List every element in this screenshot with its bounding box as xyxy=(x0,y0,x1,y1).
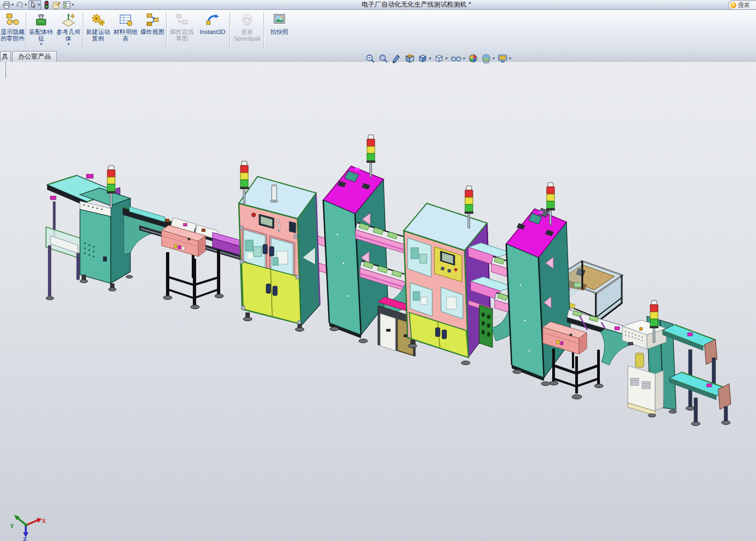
bill-of-materials-icon xyxy=(118,12,133,28)
dropdown-arrow[interactable]: ▾ xyxy=(67,42,70,47)
search-box[interactable]: ? 搜索 xyxy=(728,1,756,10)
select-cursor-icon xyxy=(30,1,37,9)
dropdown-arrow[interactable]: ▾ xyxy=(492,56,495,61)
assembly-features-button[interactable]: 装配体特征 ▾ xyxy=(27,10,55,50)
model-buffer-tower-2[interactable] xyxy=(506,183,571,386)
options-icon xyxy=(62,1,71,9)
print-button[interactable]: ▾ xyxy=(2,1,14,9)
update-speedpak-button[interactable]: 更新 Speedpak xyxy=(231,10,263,50)
new-motion-study-button[interactable]: 新建运动算例 xyxy=(84,10,112,50)
take-snapshot-button[interactable]: 拍快照 xyxy=(265,10,294,50)
print-icon xyxy=(2,1,11,9)
dropdown-arrow[interactable]: ▾ xyxy=(429,56,431,61)
show-hidden-components-button[interactable]: 显示隐藏的零部件 xyxy=(0,10,25,50)
exploded-view-button[interactable]: 爆炸视图 xyxy=(139,10,165,50)
assembly-features-icon xyxy=(33,12,49,28)
file-properties-button[interactable] xyxy=(52,1,61,9)
reference-geometry-button[interactable]: 参考几何体 ▾ xyxy=(55,10,82,50)
toolbar-separator xyxy=(83,12,84,48)
new-motion-study-icon xyxy=(90,12,106,28)
help-icon[interactable]: ? xyxy=(730,2,736,8)
reference-triad: X Y Z xyxy=(9,509,48,541)
options-button[interactable]: ▾ xyxy=(62,1,74,9)
model-outfeed-conveyor-lower[interactable] xyxy=(669,372,731,426)
tab-office-products[interactable]: 办公室产品 xyxy=(12,51,57,62)
quick-access-toolbar: ▾ ▾ ▾ xyxy=(0,0,74,9)
dropdown-arrow[interactable]: ▾ xyxy=(25,3,27,7)
dropdown-arrow[interactable]: ▾ xyxy=(72,3,74,7)
dropdown-arrow[interactable]: ▾ xyxy=(509,56,511,61)
toolbar-separator xyxy=(264,12,265,48)
search-label: 搜索 xyxy=(738,1,750,9)
select-button[interactable]: ▾ xyxy=(28,0,41,10)
dropdown-arrow[interactable]: ▾ xyxy=(12,3,14,7)
show-hidden-components-icon xyxy=(5,12,20,28)
triad-x-label: X xyxy=(42,517,46,524)
traffic-light-icon xyxy=(43,1,50,9)
model-canvas[interactable] xyxy=(0,62,756,541)
model-unloader[interactable] xyxy=(622,300,677,417)
command-manager: 显示隐藏的零部件 装配体特征 ▾ xyxy=(0,10,756,51)
window-title: 电子厂自动化无化生产线测试检测机 * xyxy=(38,0,756,9)
update-speedpak-icon xyxy=(239,12,255,28)
reference-geometry-icon xyxy=(61,12,76,28)
dropdown-arrow[interactable]: ▾ xyxy=(445,56,448,61)
take-snapshot-icon xyxy=(272,12,287,28)
explode-line-sketch-button[interactable]: 爆炸直线草图 xyxy=(168,10,196,50)
rebuild-button[interactable] xyxy=(43,1,50,9)
triad-y-label: Y xyxy=(10,522,14,529)
undo-icon xyxy=(15,1,24,9)
dropdown-arrow[interactable]: ▾ xyxy=(38,3,40,7)
tab-partial[interactable]: 具 xyxy=(0,51,11,62)
bill-of-materials-button[interactable]: 材料明细表 xyxy=(112,10,139,50)
title-bar: ▾ ▾ ▾ xyxy=(0,0,756,10)
undo-button[interactable]: ▾ xyxy=(15,1,27,9)
graphics-viewport[interactable]: ▾ ▾ ▾ xyxy=(0,62,756,541)
instant3d-icon xyxy=(205,12,220,28)
exploded-view-icon xyxy=(145,12,160,28)
triad-z-label: Z xyxy=(23,536,27,541)
model-left-loader[interactable] xyxy=(46,166,133,300)
model-test-machine-1[interactable] xyxy=(239,161,320,332)
toolbar-separator xyxy=(230,12,231,48)
toolbar-separator xyxy=(166,12,167,48)
instant3d-button[interactable]: Instant3D xyxy=(196,10,229,50)
dropdown-arrow[interactable]: ▾ xyxy=(40,42,42,47)
dropdown-arrow[interactable]: ▾ xyxy=(463,56,465,61)
explode-line-sketch-icon xyxy=(174,12,190,28)
solidworks-window: ▾ ▾ ▾ xyxy=(0,0,756,541)
toolbar-separator xyxy=(26,12,27,48)
file-properties-icon xyxy=(52,1,61,9)
